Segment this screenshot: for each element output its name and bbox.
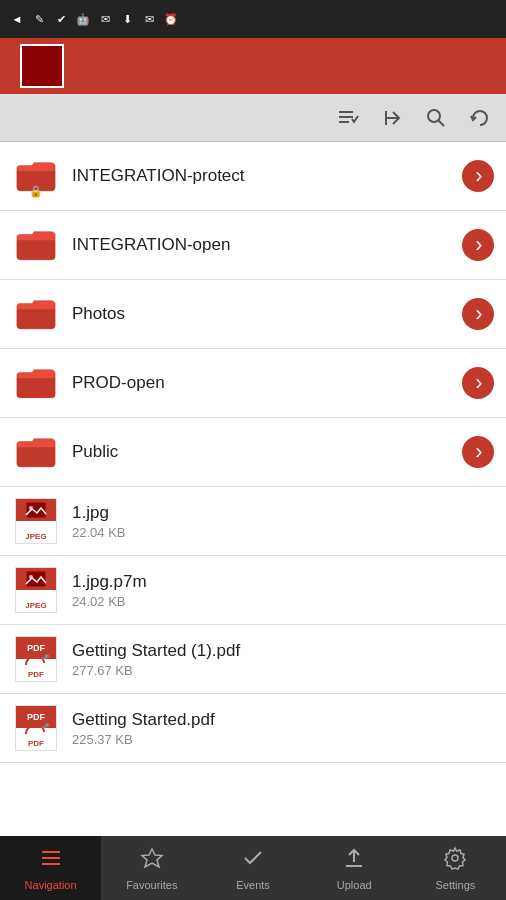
item-name: PROD-open (72, 373, 462, 393)
list-item[interactable]: PDF PDF Getting Started (1).pdf 277.67 K… (0, 625, 506, 694)
list-item[interactable]: JPEG 1.jpg.p7m 24.02 KB (0, 556, 506, 625)
edit-icon: ✎ (30, 10, 48, 28)
item-info: INTEGRATION-protect (72, 166, 462, 186)
svg-rect-17 (42, 863, 60, 865)
navigate-arrow (462, 436, 494, 468)
list-item[interactable]: 🔒 INTEGRATION-protect (0, 142, 506, 211)
item-info: 1.jpg.p7m 24.02 KB (72, 572, 494, 609)
folder-icon (12, 290, 60, 338)
item-name: Getting Started.pdf (72, 710, 494, 730)
pdf-icon: PDF PDF (12, 635, 60, 683)
download-icon: ⬇ (118, 10, 136, 28)
check-icon: ✔ (52, 10, 70, 28)
svg-rect-4 (385, 111, 387, 125)
item-size: 225.37 KB (72, 732, 494, 747)
list-item[interactable]: JPEG 1.jpg 22.04 KB (0, 487, 506, 556)
navigate-arrow (462, 160, 494, 192)
item-info: Public (72, 442, 462, 462)
share-button[interactable] (378, 104, 406, 132)
svg-rect-2 (339, 121, 349, 123)
item-name: INTEGRATION-protect (72, 166, 462, 186)
nav-item-events[interactable]: Events (202, 836, 303, 900)
navigate-arrow (462, 229, 494, 261)
bottom-nav: Navigation Favourites Events Upload Sett… (0, 836, 506, 900)
item-info: 1.jpg 22.04 KB (72, 503, 494, 540)
navigation-icon (39, 846, 63, 876)
folder-icon: 🔒 (12, 152, 60, 200)
folder-icon (12, 428, 60, 476)
refresh-button[interactable] (466, 104, 494, 132)
nav-label-events: Events (236, 879, 270, 891)
item-name: 1.jpg.p7m (72, 572, 494, 592)
svg-rect-19 (346, 865, 362, 867)
item-info: Getting Started (1).pdf 277.67 KB (72, 641, 494, 678)
file-list: 🔒 INTEGRATION-protect INTEGRATION-open (0, 142, 506, 836)
nav-label-upload: Upload (337, 879, 372, 891)
app-bar (0, 38, 506, 94)
svg-rect-15 (42, 851, 60, 853)
svg-point-20 (452, 855, 458, 861)
list-item[interactable]: PDF PDF Getting Started.pdf 225.37 KB (0, 694, 506, 763)
mail2-icon: ✉ (140, 10, 158, 28)
settings-icon (443, 846, 467, 876)
favourites-icon (140, 846, 164, 876)
svg-rect-1 (339, 116, 353, 118)
events-icon (241, 846, 265, 876)
navigate-arrow (462, 298, 494, 330)
nav-label-favourites: Favourites (126, 879, 177, 891)
svg-point-14 (45, 723, 49, 727)
clock-icon: ⏰ (162, 10, 180, 28)
item-size: 277.67 KB (72, 663, 494, 678)
list-item[interactable]: Public (0, 418, 506, 487)
nav-item-navigation[interactable]: Navigation (0, 836, 101, 900)
item-name: Photos (72, 304, 462, 324)
nav-label-settings: Settings (436, 879, 476, 891)
svg-point-5 (428, 110, 440, 122)
nav-item-favourites[interactable]: Favourites (101, 836, 202, 900)
mail-icon: ✉ (96, 10, 114, 28)
pdf-icon: PDF PDF (12, 704, 60, 752)
item-name: 1.jpg (72, 503, 494, 523)
item-info: PROD-open (72, 373, 462, 393)
navigate-arrow (462, 367, 494, 399)
item-size: 22.04 KB (72, 525, 494, 540)
app-logo (20, 44, 64, 88)
item-info: INTEGRATION-open (72, 235, 462, 255)
status-bar: ◄ ✎ ✔ 🤖 ✉ ⬇ ✉ ⏰ (0, 0, 506, 38)
svg-point-12 (45, 654, 49, 658)
logo-badge (56, 82, 60, 84)
svg-rect-0 (339, 111, 353, 113)
nav-item-settings[interactable]: Settings (405, 836, 506, 900)
item-info: Getting Started.pdf 225.37 KB (72, 710, 494, 747)
list-item[interactable]: Photos (0, 280, 506, 349)
item-name: INTEGRATION-open (72, 235, 462, 255)
upload-icon (342, 846, 366, 876)
android-icon: 🤖 (74, 10, 92, 28)
nav-label-navigation: Navigation (25, 879, 77, 891)
back-icon: ◄ (8, 10, 26, 28)
list-item[interactable]: PROD-open (0, 349, 506, 418)
svg-rect-16 (42, 857, 60, 859)
checklist-button[interactable] (334, 104, 362, 132)
jpeg-icon: JPEG (12, 497, 60, 545)
folder-icon (12, 359, 60, 407)
jpeg-icon: JPEG (12, 566, 60, 614)
toolbar (0, 94, 506, 142)
item-info: Photos (72, 304, 462, 324)
item-name: Getting Started (1).pdf (72, 641, 494, 661)
list-item[interactable]: INTEGRATION-open (0, 211, 506, 280)
svg-marker-18 (142, 849, 162, 867)
svg-line-6 (439, 120, 445, 126)
status-icons-left: ◄ ✎ ✔ 🤖 ✉ ⬇ ✉ ⏰ (8, 10, 180, 28)
folder-icon (12, 221, 60, 269)
search-button[interactable] (422, 104, 450, 132)
item-size: 24.02 KB (72, 594, 494, 609)
item-name: Public (72, 442, 462, 462)
nav-item-upload[interactable]: Upload (304, 836, 405, 900)
